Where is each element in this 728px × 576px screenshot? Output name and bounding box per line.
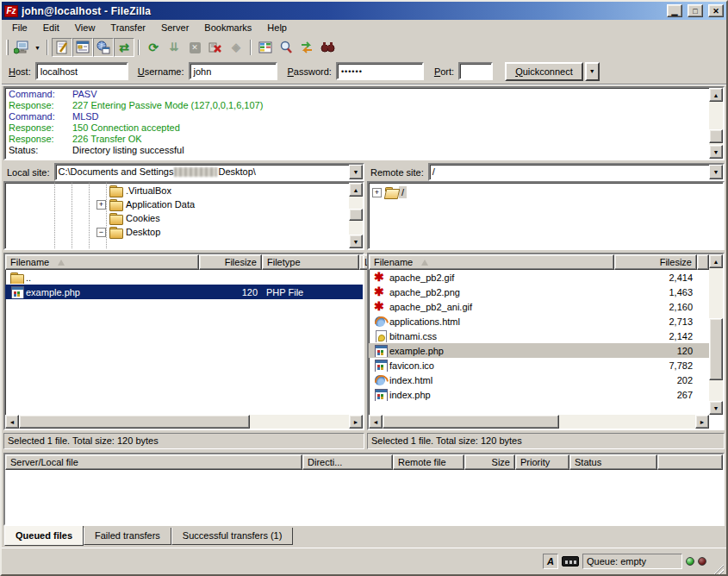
remote-path-dropdown-button[interactable]: ▼ — [709, 165, 723, 179]
data-type-indicator[interactable]: A — [543, 554, 558, 569]
file-row-apache-pb2-png[interactable]: apache_pb2.png 1,463 — [369, 285, 709, 299]
toolbar-grip[interactable] — [6, 40, 9, 55]
username-input[interactable]: john — [189, 62, 277, 80]
scrollbar-track[interactable] — [349, 197, 363, 235]
queue-body[interactable] — [5, 470, 723, 524]
abort-button[interactable]: ◈ — [226, 38, 246, 57]
scrollbar-track[interactable] — [19, 415, 349, 429]
scroll-left-button[interactable]: ◄ — [5, 415, 19, 429]
column-header-size[interactable]: Size — [464, 454, 515, 470]
minimize-button[interactable]: ▁ — [667, 4, 682, 17]
status-indicator-icon[interactable] — [562, 556, 579, 567]
directory-comparison-button[interactable] — [255, 38, 276, 57]
toggle-transfer-queue-button[interactable]: ⇄ — [114, 38, 134, 57]
file-row-favicon-ico[interactable]: favicon.ico 7,782 — [369, 358, 709, 373]
site-manager-button[interactable] — [11, 38, 32, 57]
remote-list-vertical-scrollbar[interactable]: ▲ ▼ — [709, 254, 723, 415]
tree-item-virtualbox[interactable]: .VirtualBox — [96, 184, 174, 197]
quickconnect-dropdown-button[interactable]: ▼ — [585, 62, 600, 81]
scroll-right-button[interactable]: ► — [695, 415, 709, 429]
scroll-up-button[interactable]: ▲ — [709, 88, 723, 102]
scrollbar-thumb[interactable] — [19, 415, 250, 429]
refresh-button[interactable]: ⟳ — [143, 38, 164, 57]
host-input[interactable]: localhost — [35, 62, 128, 80]
disconnect-button[interactable] — [205, 38, 226, 57]
local-tree-vertical-scrollbar[interactable]: ▲ ▼ — [349, 183, 363, 248]
local-path-dropdown-button[interactable]: ▼ — [349, 165, 363, 179]
filter-button[interactable] — [317, 38, 338, 57]
log-vertical-scrollbar[interactable]: ▲ ▼ — [709, 88, 723, 159]
quickconnect-button[interactable]: Quickconnect — [505, 62, 583, 81]
scrollbar-thumb[interactable] — [709, 318, 723, 380]
column-header-filename[interactable]: Filename — [5, 254, 199, 270]
scroll-right-button[interactable]: ► — [349, 415, 363, 429]
scrollbar-track[interactable] — [709, 102, 723, 145]
tree-item-application-data[interactable]: Application Data — [96, 197, 197, 211]
find-files-button[interactable] — [276, 38, 296, 57]
remote-list-horizontal-scrollbar[interactable]: ◄ ► — [369, 415, 709, 429]
scrollbar-thumb[interactable] — [349, 209, 363, 221]
port-input[interactable] — [458, 62, 493, 80]
file-row-bitnami-css[interactable]: bitnami.css 2,142 — [369, 329, 709, 343]
titlebar[interactable]: Fz john@localhost - FileZilla ▁ □ ✕ — [2, 2, 726, 20]
cancel-operation-button[interactable]: ✕ — [184, 38, 205, 57]
tab-successful-transfers[interactable]: Successful transfers (1) — [171, 528, 294, 545]
maximize-button[interactable]: □ — [688, 4, 703, 17]
column-header-filename[interactable]: Filename — [369, 254, 614, 270]
menu-view[interactable]: View — [67, 21, 103, 35]
file-row-apache-pb2-ani-gif[interactable]: apache_pb2_ani.gif 2,160 — [369, 299, 709, 314]
process-queue-button[interactable]: ⇊ — [164, 38, 184, 57]
scroll-down-button[interactable]: ▼ — [709, 145, 723, 159]
tree-expander[interactable] — [372, 188, 382, 197]
file-row-index-php[interactable]: index.php 267 — [369, 387, 709, 402]
toggle-local-treeview-button[interactable] — [72, 38, 93, 57]
site-manager-dropdown-button[interactable]: ▼ — [32, 38, 43, 57]
menu-server[interactable]: Server — [153, 21, 196, 35]
scroll-up-button[interactable]: ▲ — [349, 183, 363, 197]
column-header-priority[interactable]: Priority — [515, 454, 569, 470]
close-button[interactable]: ✕ — [708, 4, 724, 17]
column-header-filetype[interactable]: Filetype — [262, 254, 359, 270]
menu-file[interactable]: File — [4, 21, 35, 35]
toggle-remote-treeview-button[interactable] — [93, 38, 114, 57]
resize-grip[interactable] — [712, 563, 724, 574]
tree-expander[interactable] — [96, 200, 106, 210]
toggle-message-log-button[interactable] — [52, 38, 72, 57]
synchronized-browsing-button[interactable] — [296, 38, 317, 57]
scrollbar-track[interactable] — [709, 268, 723, 401]
file-row-updir[interactable]: .. — [5, 270, 363, 285]
scrollbar-track[interactable] — [383, 415, 695, 429]
password-input[interactable]: •••••• — [336, 62, 424, 80]
menu-help[interactable]: Help — [259, 21, 295, 35]
remote-site-combo[interactable]: / ▼ — [428, 163, 725, 181]
local-directory-tree[interactable]: .VirtualBox Application Data Cookies Des… — [5, 183, 349, 248]
scroll-left-button[interactable]: ◄ — [369, 415, 383, 429]
file-row-example-php[interactable]: example.php 120 — [369, 343, 709, 358]
file-row-apache-pb2-gif[interactable]: apache_pb2.gif 2,414 — [369, 270, 709, 285]
file-row-example-php[interactable]: example.php 120 PHP File 1 — [5, 285, 363, 299]
scrollbar-thumb[interactable] — [383, 415, 559, 429]
column-header-status[interactable]: Status — [569, 454, 657, 470]
tree-item-cookies[interactable]: Cookies — [96, 211, 163, 225]
tree-item-desktop[interactable]: Desktop — [96, 225, 163, 239]
scroll-down-button[interactable]: ▼ — [349, 235, 363, 248]
file-row-applications-html[interactable]: applications.html 2,713 — [369, 314, 709, 329]
tab-queued-files[interactable]: Queued files — [4, 526, 84, 546]
scroll-up-button[interactable]: ▲ — [709, 254, 723, 268]
local-list-horizontal-scrollbar[interactable]: ◄ ► — [5, 415, 363, 429]
column-header-remote-file[interactable]: Remote file — [393, 454, 464, 470]
tree-expander[interactable] — [96, 228, 106, 237]
scrollbar-thumb[interactable] — [709, 129, 723, 143]
tree-item-root[interactable]: / — [372, 185, 407, 199]
tab-failed-transfers[interactable]: Failed transfers — [84, 528, 171, 545]
column-header-filesize[interactable]: Filesize — [199, 254, 262, 270]
file-row-index-html[interactable]: index.html 202 — [369, 373, 709, 387]
menu-bookmarks[interactable]: Bookmarks — [196, 21, 259, 35]
column-header-filesize[interactable]: Filesize — [614, 254, 697, 270]
local-site-combo[interactable]: C:\Documents and SettingsDesktop\ ▼ — [54, 163, 364, 181]
column-header-direction[interactable]: Directi... — [302, 454, 393, 470]
column-header-server-local-file[interactable]: Server/Local file — [5, 454, 302, 470]
menu-transfer[interactable]: Transfer — [103, 21, 153, 35]
remote-directory-tree[interactable]: / — [369, 183, 723, 248]
menu-edit[interactable]: Edit — [35, 21, 67, 35]
